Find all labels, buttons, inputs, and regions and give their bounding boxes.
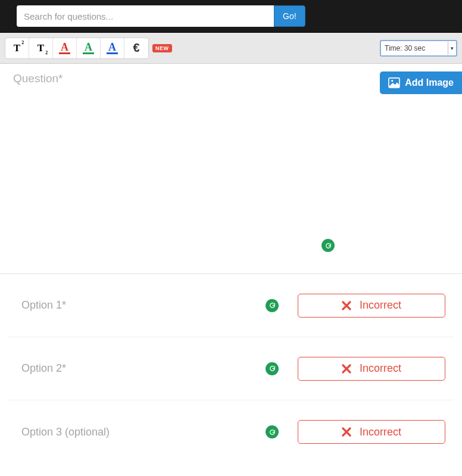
- grammarly-icon[interactable]: [321, 239, 335, 252]
- svg-point-1: [391, 80, 393, 82]
- subscript-button[interactable]: T: [29, 38, 53, 58]
- mark-incorrect-button[interactable]: Incorrect: [298, 357, 445, 381]
- font-blue-button[interactable]: A: [101, 38, 124, 58]
- top-search-bar: Go!: [0, 0, 462, 33]
- font-blue-icon: A: [107, 42, 118, 54]
- subscript-icon: T: [38, 42, 44, 54]
- new-badge: NEW: [152, 44, 172, 52]
- currency-button[interactable]: €: [124, 38, 148, 58]
- font-green-button[interactable]: A: [77, 38, 101, 58]
- grammarly-icon[interactable]: [266, 425, 279, 438]
- search-go-button[interactable]: Go!: [274, 5, 305, 27]
- close-icon: [342, 301, 351, 310]
- superscript-icon: T: [14, 42, 20, 54]
- option-label[interactable]: Option 2*: [21, 362, 176, 375]
- grammarly-icon[interactable]: [266, 299, 279, 312]
- time-select-wrap[interactable]: Time: 30 sec ▾: [380, 40, 457, 57]
- font-red-icon: A: [59, 42, 70, 54]
- superscript-button[interactable]: T: [5, 38, 29, 58]
- add-image-label: Add Image: [405, 77, 454, 88]
- format-toolbar: T T A A A € NEW Time: 30 sec ▾: [0, 33, 462, 64]
- option-label[interactable]: Option 3 (optional): [21, 426, 176, 438]
- chevron-down-icon: ▾: [448, 42, 456, 55]
- mark-incorrect-button[interactable]: Incorrect: [298, 420, 445, 444]
- close-icon: [342, 364, 351, 374]
- add-image-button[interactable]: Add Image: [380, 71, 462, 94]
- format-button-group: T T A A A €: [5, 38, 149, 59]
- option-row: Option 1* Incorrect: [8, 274, 454, 337]
- option-mid: [188, 362, 286, 375]
- mark-incorrect-button[interactable]: Incorrect: [298, 294, 445, 318]
- incorrect-label: Incorrect: [360, 426, 401, 438]
- incorrect-label: Incorrect: [360, 362, 401, 375]
- option-row: Option 2* Incorrect: [8, 337, 454, 400]
- option-mid: [188, 299, 286, 312]
- option-mid: [188, 425, 286, 438]
- main-editor: Question* Add Image Option 1* Incor: [0, 64, 462, 463]
- option-row: Option 3 (optional) Incorrect: [8, 400, 454, 463]
- incorrect-label: Incorrect: [360, 299, 401, 312]
- search-wrap: Go!: [17, 5, 305, 27]
- currency-icon: €: [133, 41, 139, 55]
- close-icon: [342, 427, 351, 437]
- options-list: Option 1* Incorrect Option 2* Incorrect: [0, 274, 462, 463]
- font-red-button[interactable]: A: [53, 38, 77, 58]
- question-editor[interactable]: Question* Add Image: [0, 64, 462, 274]
- search-input[interactable]: [17, 5, 274, 27]
- time-select[interactable]: Time: 30 sec: [381, 42, 448, 55]
- font-green-icon: A: [83, 42, 94, 54]
- image-icon: [388, 77, 400, 88]
- grammarly-icon[interactable]: [266, 362, 279, 375]
- option-label[interactable]: Option 1*: [21, 299, 176, 312]
